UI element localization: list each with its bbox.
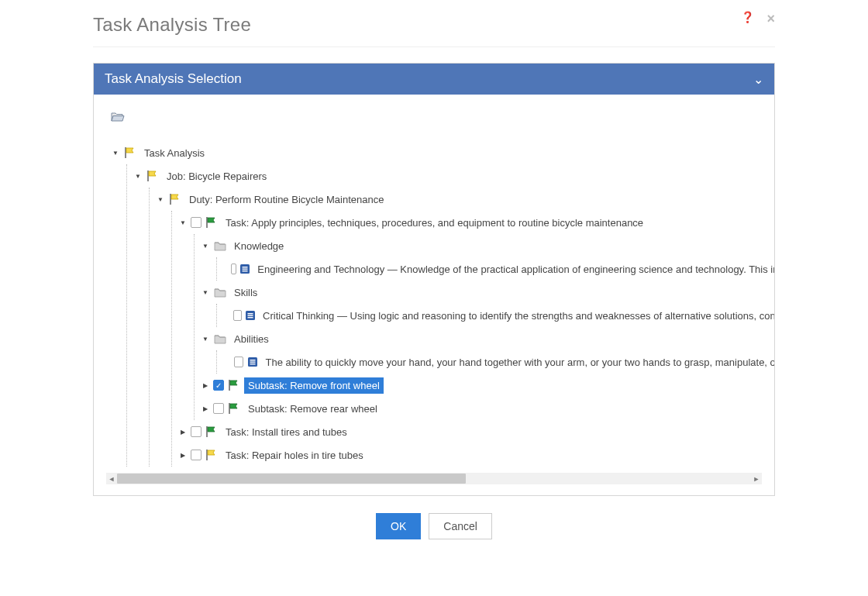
horizontal-scrollbar[interactable]: ◄ ► — [106, 473, 762, 484]
flag-green-icon — [205, 216, 219, 229]
toggle-icon[interactable] — [133, 173, 143, 180]
node-task2[interactable]: Task: Install tires and tubes — [178, 420, 774, 443]
close-icon[interactable]: × — [766, 11, 775, 27]
node-duty[interactable]: Duty: Perform Routine Bicycle Maintenanc… — [156, 188, 774, 211]
node-label[interactable]: Abilities — [230, 331, 273, 347]
node-knowledge[interactable]: Knowledge — [201, 234, 774, 257]
node-subtask-rear[interactable]: Subtask: Remove rear wheel — [201, 397, 774, 420]
task-analysis-panel: Task Analysis Selection ⌄ Task Analysis — [93, 63, 775, 496]
dialog-buttons: OK Cancel — [0, 513, 868, 539]
node-label[interactable]: Subtask: Remove front wheel — [244, 377, 384, 394]
toggle-icon[interactable] — [201, 405, 210, 412]
flag-green-icon — [205, 425, 219, 438]
panel-header[interactable]: Task Analysis Selection ⌄ — [94, 64, 774, 95]
toggle-icon[interactable] — [111, 150, 120, 157]
node-label[interactable]: Duty: Perform Routine Bicycle Maintenanc… — [185, 191, 388, 208]
doc-icon — [245, 309, 256, 322]
node-task1[interactable]: Task: Apply principles, techniques, proc… — [178, 211, 774, 234]
node-label[interactable]: The ability to quickly move your hand, y… — [262, 354, 774, 370]
checkbox[interactable] — [234, 357, 243, 367]
checkbox[interactable] — [191, 217, 202, 228]
toggle-icon[interactable] — [156, 196, 165, 203]
panel-body: Task Analysis Job: Bicycle Repairers — [94, 95, 774, 495]
page-title: Task Analysis Tree — [93, 14, 251, 36]
node-skills[interactable]: Skills — [201, 281, 774, 304]
scroll-right-icon[interactable]: ► — [751, 473, 762, 484]
node-abilities-item[interactable]: The ability to quickly move your hand, y… — [223, 350, 774, 374]
folder-icon — [213, 332, 227, 345]
ok-button[interactable]: OK — [376, 513, 421, 539]
panel-title: Task Analysis Selection — [105, 71, 242, 87]
scroll-track[interactable] — [117, 473, 751, 484]
doc-icon — [246, 356, 258, 368]
toggle-icon[interactable] — [178, 219, 188, 226]
node-label[interactable]: Task: Install tires and tubes — [222, 424, 351, 440]
tree: Task Analysis Job: Bicycle Repairers — [94, 141, 774, 467]
flag-yellow-icon — [168, 193, 182, 205]
doc-icon — [239, 263, 250, 275]
folder-open-icon[interactable] — [111, 110, 774, 126]
toggle-icon[interactable] — [201, 289, 210, 296]
node-skills-item[interactable]: Critical Thinking — Using logic and reas… — [223, 304, 774, 327]
flag-green-icon — [227, 402, 241, 415]
cancel-button[interactable]: Cancel — [429, 513, 492, 539]
chevron-down-icon[interactable]: ⌄ — [753, 72, 763, 87]
node-task-analysis[interactable]: Task Analysis — [111, 141, 774, 164]
node-label[interactable]: Skills — [230, 284, 261, 301]
node-abilities[interactable]: Abilities — [201, 327, 774, 350]
folder-icon — [213, 239, 227, 252]
checkbox[interactable] — [191, 426, 202, 437]
node-label[interactable]: Task Analysis — [140, 145, 208, 161]
help-icon[interactable]: ❓ — [741, 11, 754, 27]
divider — [93, 47, 775, 47]
toggle-icon[interactable] — [201, 336, 210, 343]
scroll-thumb[interactable] — [117, 474, 466, 484]
flag-yellow-icon — [205, 449, 219, 461]
checkbox[interactable] — [233, 310, 242, 321]
toggle-icon[interactable] — [178, 429, 188, 436]
flag-green-icon — [227, 379, 241, 391]
node-label[interactable]: Job: Bicycle Repairers — [163, 168, 270, 184]
checkbox[interactable] — [213, 380, 224, 391]
node-task3[interactable]: Task: Repair holes in tire tubes — [178, 443, 774, 467]
checkbox[interactable] — [213, 403, 224, 414]
node-label[interactable]: Subtask: Remove rear wheel — [244, 401, 381, 417]
flag-yellow-icon — [123, 146, 137, 159]
checkbox[interactable] — [231, 264, 237, 274]
node-subtask-front[interactable]: Subtask: Remove front wheel — [201, 374, 774, 397]
toggle-icon[interactable] — [201, 382, 210, 389]
toggle-icon[interactable] — [201, 243, 210, 250]
folder-icon — [213, 286, 227, 298]
node-label[interactable]: Task: Apply principles, techniques, proc… — [222, 215, 647, 231]
node-label[interactable]: Engineering and Technology — Knowledge o… — [253, 261, 774, 277]
node-knowledge-item[interactable]: Engineering and Technology — Knowledge o… — [223, 257, 774, 281]
toggle-icon[interactable] — [178, 452, 188, 459]
checkbox[interactable] — [191, 450, 202, 460]
node-label[interactable]: Knowledge — [230, 238, 288, 254]
flag-yellow-icon — [146, 170, 160, 182]
scroll-left-icon[interactable]: ◄ — [106, 473, 117, 484]
node-label[interactable]: Task: Repair holes in tire tubes — [222, 447, 367, 463]
node-job[interactable]: Job: Bicycle Repairers — [133, 164, 774, 188]
node-label[interactable]: Critical Thinking — Using logic and reas… — [259, 308, 774, 324]
